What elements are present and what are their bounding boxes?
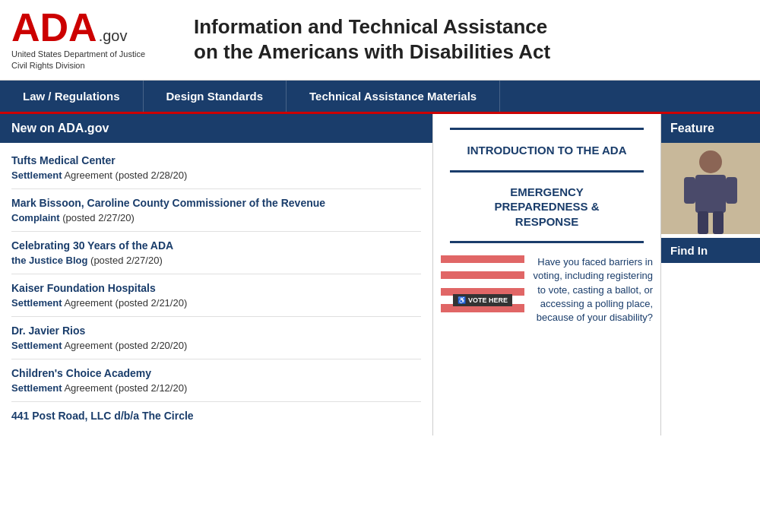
wheelchair-icon: ♿	[458, 296, 466, 304]
feature-image	[661, 143, 760, 234]
news-title-rios[interactable]: Dr. Javier Rios	[11, 325, 421, 337]
news-desc-tufts: Settlement Agreement (posted 2/28/20)	[11, 169, 187, 181]
news-list: Tufts Medical Center Settlement Agreemen…	[0, 143, 432, 435]
news-item-tufts: Tufts Medical Center Settlement Agreemen…	[11, 147, 421, 189]
voting-section: ♿ VOTE HERE Have you faced barriers in v…	[433, 249, 660, 331]
nav-item-design-standards[interactable]: Design Standards	[144, 81, 287, 112]
new-on-ada-heading: New on ADA.gov	[0, 114, 432, 143]
news-desc-rios: Settlement Agreement (posted 2/20/20)	[11, 340, 187, 351]
main-content: New on ADA.gov Tufts Medical Center Sett…	[0, 114, 760, 435]
vote-here-button[interactable]: ♿ VOTE HERE	[453, 294, 512, 306]
emergency-title-line1: EMERGENCY	[494, 185, 599, 200]
news-desc-30years: the Justice Blog (posted 2/27/20)	[11, 255, 163, 266]
nav-item-law-regulations[interactable]: Law / Regulations	[0, 81, 144, 112]
svg-rect-5	[698, 211, 708, 234]
voting-container: ♿ VOTE HERE Have you faced barriers in v…	[441, 255, 653, 325]
emergency-box: EMERGENCY PREPAREDNESS & RESPONSE	[483, 179, 610, 236]
svg-rect-4	[726, 177, 737, 204]
middle-panel: INTRODUCTION TO THE ADA EMERGENCY PREPAR…	[433, 114, 661, 435]
news-title-30years[interactable]: Celebrating 30 Years of the ADA	[11, 239, 421, 252]
find-info-heading: Find In	[661, 238, 760, 263]
logo-dot-gov: .gov	[99, 28, 128, 43]
news-desc-bissoon: Complaint (posted 2/27/20)	[11, 212, 135, 223]
logo-subtitle: United States Department of Justice Civi…	[11, 49, 179, 72]
news-desc-kaiser: Settlement Agreement (posted 2/21/20)	[11, 297, 187, 309]
main-nav: Law / Regulations Design Standards Techn…	[0, 81, 760, 114]
svg-rect-3	[684, 177, 695, 204]
logo-area: ADA .gov United States Department of Jus…	[11, 8, 179, 72]
svg-rect-2	[695, 175, 726, 213]
header-title: Information and Technical Assistance on …	[179, 14, 550, 66]
svg-point-1	[699, 150, 722, 173]
divider-mid2	[450, 241, 643, 243]
news-title-441post[interactable]: 441 Post Road, LLC d/b/a The Circle	[11, 410, 421, 422]
emergency-title-line2: PREPAREDNESS &	[494, 199, 599, 214]
divider-top	[450, 128, 643, 130]
logo-ada-text: ADA	[11, 8, 97, 47]
news-title-childrens[interactable]: Children's Choice Academy	[11, 367, 421, 379]
news-item-30years: Celebrating 30 Years of the ADA the Just…	[11, 232, 421, 274]
ada-logo: ADA .gov	[11, 8, 179, 47]
voting-text: Have you faced barriers in voting, inclu…	[530, 255, 653, 325]
news-title-tufts[interactable]: Tufts Medical Center	[11, 154, 421, 166]
emergency-title-line3: RESPONSE	[494, 214, 599, 230]
feature-person-image	[661, 143, 760, 234]
left-panel: New on ADA.gov Tufts Medical Center Sett…	[0, 114, 433, 435]
voting-image: ♿ VOTE HERE	[441, 255, 524, 312]
svg-rect-6	[713, 211, 724, 234]
nav-item-technical-assistance[interactable]: Technical Assistance Materials	[287, 81, 500, 112]
news-item-rios: Dr. Javier Rios Settlement Agreement (po…	[11, 317, 421, 359]
right-panel: Feature Find In	[661, 114, 760, 435]
news-desc-childrens: Settlement Agreement (posted 2/12/20)	[11, 382, 187, 394]
news-item-441post: 441 Post Road, LLC d/b/a The Circle	[11, 402, 421, 432]
page-header: ADA .gov United States Department of Jus…	[0, 0, 760, 81]
news-title-kaiser[interactable]: Kaiser Foundation Hospitals	[11, 282, 421, 294]
divider-mid1	[450, 170, 643, 173]
news-item-bissoon: Mark Bissoon, Caroline County Commission…	[11, 189, 421, 232]
news-item-childrens: Children's Choice Academy Settlement Agr…	[11, 359, 421, 402]
news-title-bissoon[interactable]: Mark Bissoon, Caroline County Commission…	[11, 197, 421, 209]
intro-ada-link[interactable]: INTRODUCTION TO THE ADA	[433, 136, 660, 164]
news-item-kaiser: Kaiser Foundation Hospitals Settlement A…	[11, 274, 421, 317]
vote-here-label: VOTE HERE	[468, 296, 508, 304]
feature-heading: Feature	[661, 114, 760, 143]
